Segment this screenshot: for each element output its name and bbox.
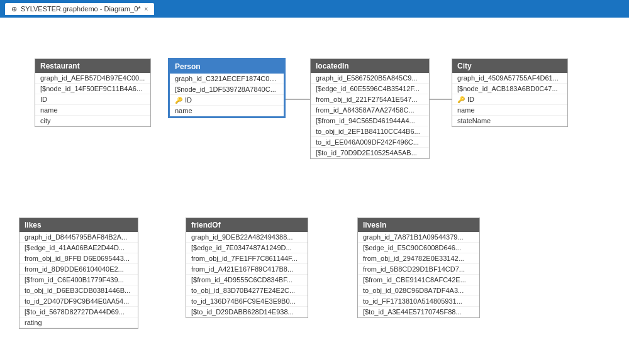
row-text: from_id_5B8CD29D1BF14CD7...: [363, 265, 465, 273]
table-row: from_obj_id_8FFB D6E0695443...: [19, 253, 138, 264]
row-text: to_obj_id_028C96D8A7DF4A3...: [363, 287, 464, 294]
entity-locatedIn[interactable]: locatedIngraph_id_E5867520B5A845C9...[$e…: [310, 58, 430, 159]
table-row: [$edge_id_7E0347487A1249D...: [186, 243, 308, 253]
row-text: graph_id_9DEB22A482494388...: [191, 233, 292, 241]
entity-body-friendOf: graph_id_9DEB22A482494388...[$edge_id_7E…: [186, 232, 308, 317]
entity-header-person: Person: [170, 60, 284, 74]
entity-friendOf[interactable]: friendOfgraph_id_9DEB22A482494388...[$ed…: [186, 218, 308, 318]
entity-header-city: City: [452, 59, 567, 73]
table-row: graph_id_9DEB22A482494388...: [186, 232, 308, 243]
table-row: name: [452, 105, 567, 116]
row-text: to_id_FF1713810A514805931...: [363, 297, 462, 305]
row-text: graph_id_7A871B1A09544379...: [363, 233, 464, 241]
row-text: [$from_id_94C565D461944A4...: [316, 117, 415, 124]
row-text: from_obj_id_221F2754A1E547...: [316, 96, 417, 103]
table-row: stateName: [452, 116, 567, 126]
row-text: graph_id_4509A57755AF4D61...: [457, 74, 559, 82]
table-row: [$from_id_4D9555C6CD834BF...: [186, 275, 308, 285]
row-text: [$from_id_C6E400B1779F439...: [25, 276, 124, 284]
row-text: ID: [185, 96, 192, 104]
row-text: city: [40, 117, 51, 124]
table-row: to_obj_id_028C96D8A7DF4A3...: [358, 285, 479, 296]
entity-header-likes: likes: [19, 218, 138, 232]
table-row: 🔑ID: [452, 94, 567, 105]
table-row: [$from_id_C6E400B1779F439...: [19, 275, 138, 285]
table-row: graph_id_E5867520B5A845C9...: [311, 73, 429, 84]
table-row: ID: [35, 94, 150, 105]
table-row: from_id_A421E167F89C417B8...: [186, 264, 308, 275]
table-row: [$to_id_D29DABB628D14E938...: [186, 307, 308, 317]
row-text: from_obj_id_7FE1FF7C861144F...: [191, 255, 298, 262]
entity-header-livesIn: livesIn: [358, 218, 479, 232]
table-row: [$edge_id_41AA06BAE2D44D...: [19, 243, 138, 253]
table-row: from_id_8D9DDE66104040E2...: [19, 264, 138, 275]
row-text: [$node_id_ACB183A6BD0C47...: [457, 85, 558, 92]
table-row: [$edge_id_60E5596C4B35412F...: [311, 84, 429, 94]
table-row: [$node_id_ACB183A6BD0C47...: [452, 84, 567, 94]
table-row: graph_id_7A871B1A09544379...: [358, 232, 479, 243]
table-row: 🔑ID: [170, 95, 284, 106]
pin-icon: ⊕: [11, 5, 17, 13]
row-text: graph_id_C321AECEF1874C05...: [175, 75, 279, 82]
table-row: [$to_id_A3E44E57170745F88...: [358, 307, 479, 317]
row-text: ID: [467, 96, 474, 103]
entity-restaurant[interactable]: Restaurantgraph_id_AEFB57D4B97E4C00...[$…: [35, 58, 151, 127]
table-row: graph_id_D8445795BAF84B2A...: [19, 232, 138, 243]
row-text: from_id_A84358A7AA27458C...: [316, 106, 415, 114]
entity-header-locatedIn: locatedIn: [311, 59, 429, 73]
table-row: graph_id_4509A57755AF4D61...: [452, 73, 567, 84]
table-row: to_obj_id_D6EB3CDB0381446B...: [19, 285, 138, 296]
table-row: to_obj_id_2EF1B84110CC44B6...: [311, 126, 429, 137]
row-text: to_obj_id_2EF1B84110CC44B6...: [316, 128, 420, 135]
entity-body-locatedIn: graph_id_E5867520B5A845C9...[$edge_id_60…: [311, 73, 429, 158]
entity-body-livesIn: graph_id_7A871B1A09544379...[$edge_id_E5…: [358, 232, 479, 317]
row-text: from_obj_id_8FFB D6E0695443...: [25, 255, 130, 262]
tab-label: SYLVESTER.graphdemo - Diagram_0*: [21, 5, 141, 13]
active-tab[interactable]: ⊕ SYLVESTER.graphdemo - Diagram_0* ×: [5, 3, 154, 15]
row-text: [$to_id_D29DABB628D14E938...: [191, 308, 294, 316]
table-row: from_id_5B8CD29D1BF14CD7...: [358, 264, 479, 275]
entity-body-likes: graph_id_D8445795BAF84B2A...[$edge_id_41…: [19, 232, 138, 328]
table-row: from_obj_id_7FE1FF7C861144F...: [186, 253, 308, 264]
row-text: to_id_EE046A009DF242F496C...: [316, 138, 419, 146]
row-text: [$edge_id_E5C90C6008D646...: [363, 244, 461, 251]
entity-person[interactable]: Persongraph_id_C321AECEF1874C05...[$node…: [169, 58, 285, 118]
table-row: from_obj_id_294782E0E33142...: [358, 253, 479, 264]
table-row: graph_id_C321AECEF1874C05...: [170, 74, 284, 84]
row-text: from_id_8D9DDE66104040E2...: [25, 265, 124, 273]
row-text: name: [175, 107, 192, 114]
row-text: name: [40, 106, 58, 114]
row-text: to_id_136D74B6FC9E4E3E9B0...: [191, 297, 296, 305]
row-text: rating: [25, 319, 42, 326]
row-text: [$to_id_A3E44E57170745F88...: [363, 308, 462, 316]
row-text: name: [457, 106, 475, 114]
close-icon[interactable]: ×: [145, 6, 148, 13]
row-text: graph_id_E5867520B5A845C9...: [316, 74, 417, 82]
table-row: to_id_EE046A009DF242F496C...: [311, 137, 429, 148]
entity-body-person: graph_id_C321AECEF1874C05...[$node_id_1D…: [170, 74, 284, 116]
row-text: [$edge_id_7E0347487A1249D...: [191, 244, 292, 251]
table-row: name: [35, 105, 150, 116]
table-row: to_id_FF1713810A514805931...: [358, 296, 479, 307]
row-text: [$edge_id_41AA06BAE2D44D...: [25, 244, 125, 251]
entity-livesIn[interactable]: livesIngraph_id_7A871B1A09544379...[$edg…: [357, 218, 480, 318]
row-text: [$to_id_70D9D2E105254A5AB...: [316, 149, 417, 157]
row-text: to_id_2D407DF9C9B44E0AA54...: [25, 297, 129, 305]
table-row: [$to_id_5678D82727DA44D69...: [19, 307, 138, 317]
row-text: stateName: [457, 117, 491, 124]
table-row: [$from_id_94C565D461944A4...: [311, 116, 429, 126]
table-row: [$node_id_14F50EF9C11B4A6...: [35, 84, 150, 94]
table-row: [$from_id_CBE9141C8AFC42E...: [358, 275, 479, 285]
row-text: from_id_A421E167F89C417B8...: [191, 265, 293, 273]
title-bar: ⊕ SYLVESTER.graphdemo - Diagram_0* ×: [0, 0, 629, 18]
entity-city[interactable]: Citygraph_id_4509A57755AF4D61...[$node_i…: [452, 58, 568, 127]
entity-likes[interactable]: likesgraph_id_D8445795BAF84B2A...[$edge_…: [19, 218, 138, 329]
table-row: to_id_2D407DF9C9B44E0AA54...: [19, 296, 138, 307]
entity-body-restaurant: graph_id_AEFB57D4B97E4C00...[$node_id_14…: [35, 73, 150, 126]
row-text: ID: [40, 96, 47, 103]
row-text: graph_id_AEFB57D4B97E4C00...: [40, 74, 145, 82]
table-row: city: [35, 116, 150, 126]
table-row: to_obj_id_83D70B4277E24E2C...: [186, 285, 308, 296]
table-row: name: [170, 106, 284, 116]
row-text: [$edge_id_60E5596C4B35412F...: [316, 85, 420, 92]
